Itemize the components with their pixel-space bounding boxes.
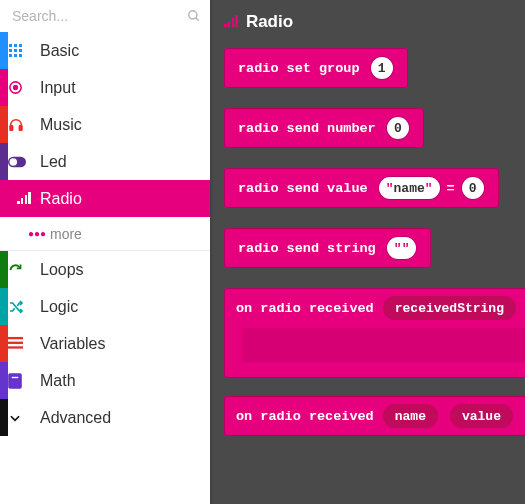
svg-point-16 <box>10 158 18 166</box>
block-flyout: Radio radio set group 1 radio send numbe… <box>210 0 525 504</box>
block-on-radio-received-string[interactable]: on radio received receivedString <box>224 288 525 378</box>
search-row <box>0 0 210 32</box>
category-input[interactable]: Input <box>0 69 210 106</box>
category-math[interactable]: Math <box>0 362 210 399</box>
svg-point-23 <box>17 381 19 383</box>
category-label: Logic <box>40 298 210 316</box>
block-text: on radio received <box>236 301 374 316</box>
block-text: radio send value <box>238 181 368 196</box>
ellipsis-icon: ●●● <box>24 228 50 239</box>
target-icon <box>8 80 40 95</box>
category-label: Advanced <box>40 409 210 427</box>
signal-icon <box>224 12 238 32</box>
category-advanced[interactable]: Advanced <box>0 399 210 436</box>
svg-rect-2 <box>9 44 12 47</box>
chevron-down-icon <box>8 411 40 425</box>
equals-label: = <box>447 181 455 196</box>
block-radio-set-group[interactable]: radio set group 1 <box>224 48 408 88</box>
category-radio[interactable]: Radio <box>0 180 210 217</box>
toggle-icon <box>8 156 40 168</box>
variable-pill[interactable]: receivedString <box>383 296 516 320</box>
category-radio-more[interactable]: ●●● more <box>0 217 210 251</box>
svg-rect-14 <box>19 125 22 130</box>
category-label: more <box>50 226 210 242</box>
block-radio-send-string[interactable]: radio send string <box>224 228 431 268</box>
svg-point-22 <box>12 381 14 383</box>
category-variables[interactable]: Variables <box>0 325 210 362</box>
block-body-slot[interactable] <box>242 328 525 362</box>
block-on-radio-received-name-value[interactable]: on radio received name value <box>224 396 525 436</box>
search-icon[interactable] <box>187 9 201 23</box>
headphones-icon <box>8 117 40 133</box>
category-logic[interactable]: Logic <box>0 288 210 325</box>
svg-point-0 <box>189 11 197 19</box>
svg-rect-18 <box>8 342 23 344</box>
block-text: radio set group <box>238 61 360 76</box>
svg-rect-13 <box>10 125 13 130</box>
category-label: Led <box>40 153 210 171</box>
svg-rect-17 <box>8 337 23 339</box>
flyout-title-row: Radio <box>224 12 513 32</box>
category-label: Loops <box>40 261 210 279</box>
category-led[interactable]: Led <box>0 143 210 180</box>
svg-rect-19 <box>8 346 23 348</box>
svg-rect-7 <box>19 49 22 52</box>
variable-pill[interactable]: name <box>383 404 438 428</box>
svg-rect-6 <box>14 49 17 52</box>
svg-point-24 <box>12 384 14 386</box>
grid-icon <box>8 43 40 59</box>
svg-rect-8 <box>9 54 12 57</box>
shuffle-icon <box>8 299 40 315</box>
number-input[interactable]: 0 <box>462 177 484 199</box>
number-input[interactable]: 1 <box>371 57 393 79</box>
block-text: on radio received <box>236 409 374 424</box>
number-input[interactable]: 0 <box>387 117 409 139</box>
block-text: radio send string <box>238 241 376 256</box>
calculator-icon <box>8 373 40 389</box>
variable-pill[interactable]: value <box>450 404 513 428</box>
svg-rect-5 <box>9 49 12 52</box>
category-label: Music <box>40 116 210 134</box>
svg-rect-4 <box>19 44 22 47</box>
svg-rect-3 <box>14 44 17 47</box>
category-label: Input <box>40 79 210 97</box>
search-input[interactable] <box>12 8 187 24</box>
category-label: Math <box>40 372 210 390</box>
block-text: radio send number <box>238 121 376 136</box>
svg-rect-10 <box>19 54 22 57</box>
svg-point-25 <box>17 384 19 386</box>
svg-point-12 <box>14 86 18 90</box>
category-label: Basic <box>40 42 210 60</box>
category-loops[interactable]: Loops <box>0 251 210 288</box>
svg-rect-9 <box>14 54 17 57</box>
string-input[interactable] <box>387 237 417 259</box>
svg-rect-21 <box>11 376 19 379</box>
category-label: Variables <box>40 335 210 353</box>
block-radio-send-value[interactable]: radio send value name = 0 <box>224 168 499 208</box>
refresh-icon <box>8 262 40 277</box>
toolbox-sidebar: Basic Input Music Led Radio ●●● more <box>0 0 210 504</box>
string-input[interactable]: name <box>379 177 440 199</box>
svg-line-1 <box>196 18 199 21</box>
signal-icon <box>8 190 40 207</box>
category-label: Radio <box>40 190 210 208</box>
category-basic[interactable]: Basic <box>0 32 210 69</box>
flyout-title: Radio <box>246 12 293 32</box>
block-radio-send-number[interactable]: radio send number 0 <box>224 108 424 148</box>
category-music[interactable]: Music <box>0 106 210 143</box>
list-icon <box>8 336 40 351</box>
